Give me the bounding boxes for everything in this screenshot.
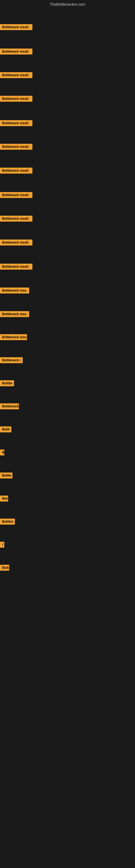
bottleneck-bar: Bottleneck resu [0, 287, 29, 293]
bottleneck-bar-row: Bottleneck result [0, 216, 32, 223]
bottleneck-bar: Bottleneck resu [0, 311, 29, 317]
bottleneck-bar-row: Bottleneck result [0, 120, 32, 127]
bottleneck-bar: Bottleneck result [0, 264, 32, 270]
bottleneck-bar-row: Bottler [0, 380, 14, 388]
bottleneck-bar: Bot [0, 496, 8, 501]
bottleneck-bar-row: Bottleneck resu [0, 287, 29, 294]
bottleneck-bar: Bottlen [0, 519, 15, 525]
bottleneck-bar-row: Bottleneck result [0, 24, 32, 31]
bottleneck-bar: B [0, 450, 4, 456]
bottleneck-bar: Bottler [0, 380, 14, 386]
bottleneck-bar-row: Bottl [0, 426, 11, 433]
bottleneck-bar-row: I [0, 542, 4, 549]
bottleneck-bar: Bottleneck result [0, 120, 32, 126]
bottleneck-bar: Bott [0, 565, 9, 571]
bottleneck-bar-row: Bottleneck result [0, 49, 32, 56]
bottleneck-bar-row: Bottleneck result [0, 192, 32, 199]
bottleneck-bar-row: Bottleneck result [0, 144, 32, 151]
bottleneck-bar-row: Bott [0, 565, 9, 572]
bottleneck-bar-row: Bottleneck result [0, 96, 32, 103]
bottleneck-bar: Bottleneck resu [0, 334, 27, 340]
bottleneck-bar-row: Bot [0, 496, 8, 503]
bottleneck-bar: Bottleneck result [0, 192, 32, 198]
bottleneck-bar: Bottle [0, 472, 12, 478]
bottleneck-bar: Bottleneck r [0, 357, 23, 363]
bottleneck-bar-row: B [0, 450, 4, 457]
bottleneck-bar: I [0, 542, 4, 548]
bottleneck-bar-row: Bottle [0, 472, 12, 479]
bottleneck-bar: Bottleneck result [0, 240, 32, 246]
bottleneck-bar: Bottleneck [0, 403, 19, 409]
bottleneck-bar-row: Bottleneck result [0, 167, 32, 175]
bottleneck-bar: Bottleneck result [0, 49, 32, 55]
bottleneck-bar: Bottleneck result [0, 96, 32, 102]
bottleneck-bar: Bottleneck result [0, 167, 32, 174]
bottleneck-bar-row: Bottleneck resu [0, 311, 29, 318]
site-title: TheBottlenecker.com [0, 0, 135, 9]
bottleneck-bar: Bottleneck result [0, 216, 32, 222]
bottleneck-bar-row: Bottleneck r [0, 357, 23, 364]
bottleneck-bar-row: Bottleneck result [0, 240, 32, 247]
bottleneck-bar: Bottl [0, 426, 11, 432]
bottleneck-bar-row: Bottleneck resu [0, 334, 27, 341]
bottleneck-bar-row: Bottleneck result [0, 72, 32, 79]
bottleneck-bar: Bottleneck result [0, 144, 32, 150]
bottleneck-bar: Bottleneck result [0, 24, 32, 30]
bottleneck-bar-row: Bottleneck [0, 403, 19, 410]
bottleneck-bar-row: Bottlen [0, 519, 15, 526]
bottleneck-bar: Bottleneck result [0, 72, 32, 78]
bottleneck-bar-row: Bottleneck result [0, 264, 32, 271]
